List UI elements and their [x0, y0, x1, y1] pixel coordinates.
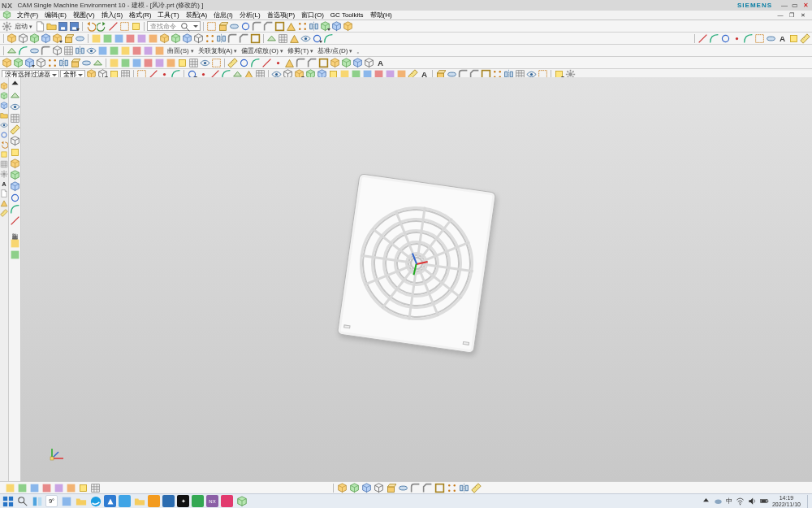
feat-icon[interactable]: [75, 33, 85, 44]
asm-icon[interactable]: [58, 58, 69, 68]
new-icon[interactable]: [35, 21, 45, 32]
asm-icon[interactable]: [2, 58, 12, 68]
sketch-icon[interactable]: [206, 21, 217, 32]
browser-icon[interactable]: [0, 128, 8, 136]
paste-icon[interactable]: [131, 21, 141, 32]
asm-icon[interactable]: [227, 58, 238, 68]
feat-icon[interactable]: [300, 33, 311, 44]
bt-icon[interactable]: [66, 483, 76, 493]
surf-icon[interactable]: [18, 46, 28, 56]
menu-tools[interactable]: 工具(T): [154, 11, 182, 20]
taskbar-app-icon[interactable]: [148, 495, 160, 507]
bt-icon[interactable]: [349, 483, 360, 493]
menu-format[interactable]: 格式(R): [126, 11, 154, 20]
bt-icon[interactable]: [459, 483, 469, 493]
menu-datum[interactable]: 基准/点(D): [316, 46, 354, 55]
tray-chevron-icon[interactable]: [702, 497, 710, 506]
menu-gctoolkits[interactable]: GC Toolkits: [327, 11, 367, 19]
feat-icon[interactable]: [41, 33, 51, 44]
bt-icon[interactable]: [54, 483, 64, 493]
bt-icon[interactable]: [447, 483, 457, 493]
draft-icon[interactable]: [286, 21, 296, 32]
asm-icon[interactable]: [211, 58, 222, 68]
menu-assoc-copy[interactable]: 关联复制(A): [197, 46, 240, 55]
redo-icon[interactable]: [97, 21, 107, 32]
sheet-icon[interactable]: [0, 186, 8, 194]
feat-icon[interactable]: [91, 33, 102, 44]
feat-icon[interactable]: [29, 33, 40, 44]
command-finder[interactable]: 查找命令: [147, 21, 201, 31]
feat-icon[interactable]: [312, 33, 322, 44]
asm-icon[interactable]: [318, 58, 329, 68]
surf-icon[interactable]: [86, 46, 97, 56]
assembly-navigator-icon[interactable]: [0, 89, 8, 97]
taskbar-app-icon[interactable]: [192, 495, 204, 507]
show-hide-icon[interactable]: [10, 102, 20, 112]
surf-icon[interactable]: [63, 46, 74, 56]
clock[interactable]: 14:19 2022/11/10: [772, 495, 801, 508]
asm-icon[interactable]: [188, 58, 199, 68]
surf-icon[interactable]: [120, 46, 131, 56]
bt-icon[interactable]: [41, 483, 52, 493]
hd3d-icon[interactable]: [0, 118, 8, 126]
surf-icon[interactable]: [41, 46, 51, 56]
menu-trim[interactable]: 修剪(T): [286, 46, 315, 55]
menu-insert[interactable]: 插入(S): [98, 11, 127, 20]
asm-icon[interactable]: [70, 58, 80, 68]
another-icon[interactable]: [10, 215, 20, 226]
asm-icon[interactable]: [239, 58, 249, 68]
feat-icon[interactable]: [205, 33, 215, 44]
asm-icon[interactable]: [375, 58, 386, 68]
menu-help[interactable]: 帮助(H): [367, 11, 395, 20]
taskbar-app-icon[interactable]: [60, 495, 72, 507]
taskbar-nx-icon[interactable]: NX: [206, 495, 218, 507]
asm-icon[interactable]: [296, 58, 306, 68]
bt-icon[interactable]: [410, 483, 421, 493]
asm-icon[interactable]: [36, 58, 46, 68]
bt-icon[interactable]: [422, 483, 433, 493]
volume-icon[interactable]: [748, 497, 757, 506]
asm-icon[interactable]: [47, 58, 58, 68]
extrude-icon[interactable]: [218, 21, 228, 32]
doc-minimize[interactable]: —: [775, 11, 785, 20]
sect-icon[interactable]: [10, 136, 20, 146]
asm-icon[interactable]: [352, 58, 363, 68]
feat-icon[interactable]: [289, 33, 300, 44]
another-icon[interactable]: [10, 181, 20, 192]
bt-icon[interactable]: [78, 483, 89, 493]
curve-rect-icon[interactable]: [754, 33, 765, 44]
asm-icon[interactable]: [93, 58, 103, 68]
another-icon[interactable]: [10, 193, 20, 203]
asm-icon[interactable]: [307, 58, 317, 68]
doc-close[interactable]: ✕: [798, 11, 808, 20]
revolve-icon[interactable]: [229, 21, 240, 32]
asm-icon[interactable]: [284, 58, 295, 68]
hole-icon[interactable]: [240, 21, 251, 32]
another-icon[interactable]: [10, 158, 20, 169]
another-icon[interactable]: [10, 170, 20, 180]
wifi-icon[interactable]: [736, 497, 745, 506]
start-menu[interactable]: 启动: [13, 22, 34, 31]
save-icon[interactable]: [58, 21, 68, 32]
feat-icon[interactable]: [6, 33, 17, 44]
bt-icon[interactable]: [29, 483, 40, 493]
asm-icon[interactable]: [273, 58, 283, 68]
asm-icon[interactable]: [330, 58, 340, 68]
reuse-library-icon[interactable]: [0, 108, 8, 116]
asm-icon[interactable]: [166, 58, 176, 68]
feat-icon[interactable]: [136, 33, 147, 44]
weather-widget[interactable]: 9°: [45, 495, 58, 507]
visual-report-icon[interactable]: [0, 147, 8, 155]
undo-icon[interactable]: [85, 21, 96, 32]
save-dropdown-icon[interactable]: [69, 21, 80, 32]
bt-icon[interactable]: [5, 483, 15, 493]
feat-icon[interactable]: [216, 33, 227, 44]
asm-icon[interactable]: [261, 58, 272, 68]
taskbar-app-icon[interactable]: [221, 495, 233, 507]
asm-icon[interactable]: [341, 58, 352, 68]
menu-view[interactable]: 视图(V): [70, 11, 98, 20]
asm-icon[interactable]: [200, 58, 210, 68]
taskbar-app-icon[interactable]: [104, 495, 116, 507]
surf-icon[interactable]: [52, 46, 63, 56]
taskbar-explorer-icon[interactable]: [133, 495, 145, 507]
